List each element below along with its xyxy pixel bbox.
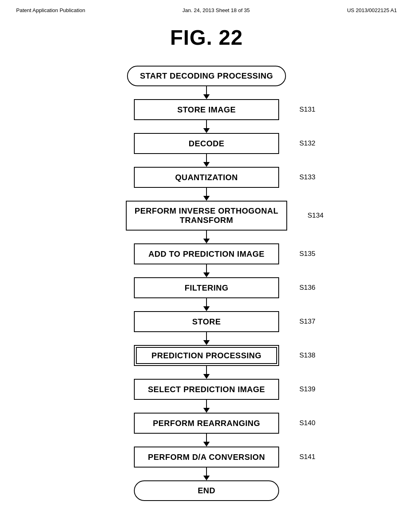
step-label-s137: S137	[299, 318, 315, 326]
step-wrapper-s133: QUANTIZATIONS133	[134, 167, 279, 188]
step-box-s133: QUANTIZATION	[134, 167, 279, 188]
step-wrapper-s135: ADD TO PREDICTION IMAGES135	[134, 243, 279, 264]
step-label-s139: S139	[299, 385, 315, 393]
step-wrapper-s137: STORES137	[134, 311, 279, 332]
step-row-s139: SELECT PREDICTION IMAGES139	[126, 379, 287, 400]
step-wrapper-s140: PERFORM REARRANGINGS140	[134, 413, 279, 434]
start-box-wrapper: START DECODING PROCESSING	[127, 66, 286, 86]
step-wrapper-s134: PERFORM INVERSE ORTHOGONALTRANSFORMS134	[126, 201, 287, 231]
arrow-6	[126, 298, 287, 311]
step-row-s131: STORE IMAGES131	[126, 99, 287, 120]
step-box-s135: ADD TO PREDICTION IMAGE	[134, 243, 279, 264]
step-wrapper-s131: STORE IMAGES131	[134, 99, 279, 120]
step-label-s131: S131	[299, 106, 315, 114]
arrow-1	[126, 120, 287, 133]
step-row-s135: ADD TO PREDICTION IMAGES135	[126, 243, 287, 264]
header-left: Patent Application Publication	[16, 7, 85, 13]
step-box-s132: DECODE	[134, 133, 279, 154]
arrow-4	[126, 231, 287, 243]
arrow-9	[126, 400, 287, 413]
start-row: START DECODING PROCESSING	[0, 66, 413, 86]
step-wrapper-s138: PREDICTION PROCESSINGS138	[134, 345, 279, 366]
step-label-s138: S138	[299, 351, 315, 360]
step-box-s138: PREDICTION PROCESSING	[134, 345, 279, 366]
step-box-s131: STORE IMAGE	[134, 99, 279, 120]
step-row-s141: PERFORM D/A CONVERSIONS141	[126, 447, 287, 468]
end-box-wrapper: END	[134, 480, 279, 501]
step-box-s140: PERFORM REARRANGING	[134, 413, 279, 434]
steps-container: STORE IMAGES131DECODES132QUANTIZATIONS13…	[126, 99, 287, 480]
step-box-s137: STORE	[134, 311, 279, 332]
page-header: Patent Application Publication Jan. 24, …	[0, 0, 413, 13]
step-label-s140: S140	[299, 419, 315, 427]
step-row-s136: FILTERINGS136	[126, 277, 287, 298]
flowchart: START DECODING PROCESSING STORE IMAGES13…	[0, 66, 413, 517]
arrow-5	[126, 264, 287, 277]
step-row-s138: PREDICTION PROCESSINGS138	[126, 345, 287, 366]
arrow-8	[126, 366, 287, 379]
end-node: END	[134, 480, 279, 501]
step-row-s140: PERFORM REARRANGINGS140	[126, 413, 287, 434]
arrow-2	[126, 154, 287, 167]
step-label-s136: S136	[299, 284, 315, 292]
step-row-s134: PERFORM INVERSE ORTHOGONALTRANSFORMS134	[126, 201, 287, 231]
step-label-s132: S132	[299, 139, 315, 148]
header-right: US 2013/0022125 A1	[347, 7, 397, 13]
step-label-s133: S133	[299, 173, 315, 181]
step-box-s134: PERFORM INVERSE ORTHOGONALTRANSFORM	[126, 201, 287, 231]
arrow-7	[126, 332, 287, 345]
start-node: START DECODING PROCESSING	[127, 66, 286, 86]
arrow-10	[126, 434, 287, 447]
step-wrapper-s136: FILTERINGS136	[134, 277, 279, 298]
step-wrapper-s139: SELECT PREDICTION IMAGES139	[134, 379, 279, 400]
figure-title: FIG. 22	[0, 25, 413, 50]
step-label-s141: S141	[299, 453, 315, 461]
step-box-s139: SELECT PREDICTION IMAGE	[134, 379, 279, 400]
end-row: END	[0, 480, 413, 501]
header-center: Jan. 24, 2013 Sheet 18 of 35	[182, 7, 250, 13]
arrow-3	[126, 188, 287, 201]
arrow-11	[126, 468, 287, 480]
step-label-s134: S134	[307, 212, 323, 220]
step-wrapper-s132: DECODES132	[134, 133, 279, 154]
step-wrapper-s141: PERFORM D/A CONVERSIONS141	[134, 447, 279, 468]
arrow-0	[203, 86, 210, 99]
step-box-s136: FILTERING	[134, 277, 279, 298]
step-row-s133: QUANTIZATIONS133	[126, 167, 287, 188]
step-box-s141: PERFORM D/A CONVERSION	[134, 447, 279, 468]
step-row-s132: DECODES132	[126, 133, 287, 154]
step-label-s135: S135	[299, 250, 315, 258]
step-row-s137: STORES137	[126, 311, 287, 332]
